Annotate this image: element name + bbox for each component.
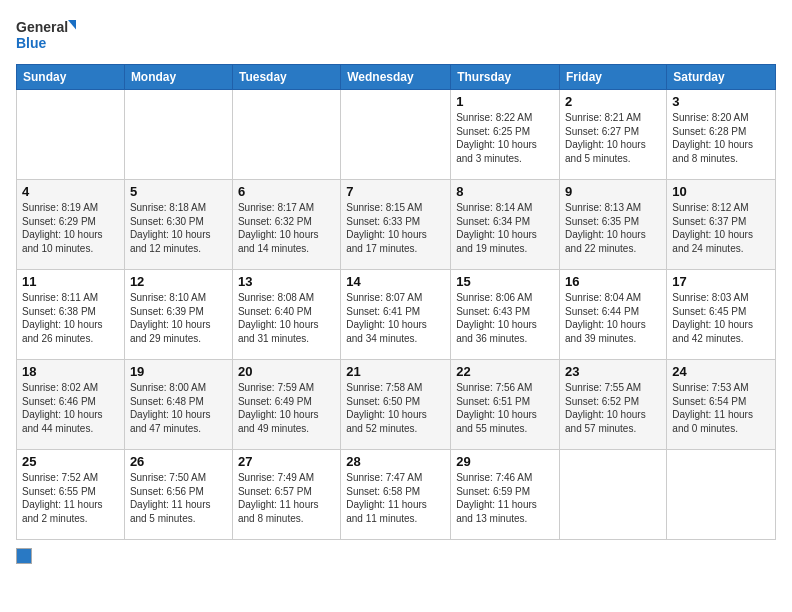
day-number: 24	[672, 364, 770, 379]
day-info: Sunrise: 8:22 AM Sunset: 6:25 PM Dayligh…	[456, 111, 554, 165]
day-info: Sunrise: 8:10 AM Sunset: 6:39 PM Dayligh…	[130, 291, 227, 345]
day-number: 21	[346, 364, 445, 379]
calendar-table: SundayMondayTuesdayWednesdayThursdayFrid…	[16, 64, 776, 540]
day-number: 15	[456, 274, 554, 289]
day-number: 9	[565, 184, 661, 199]
day-info: Sunrise: 8:17 AM Sunset: 6:32 PM Dayligh…	[238, 201, 335, 255]
calendar-week-row: 18Sunrise: 8:02 AM Sunset: 6:46 PM Dayli…	[17, 360, 776, 450]
calendar-header-row: SundayMondayTuesdayWednesdayThursdayFrid…	[17, 65, 776, 90]
calendar-week-row: 25Sunrise: 7:52 AM Sunset: 6:55 PM Dayli…	[17, 450, 776, 540]
calendar-day-cell: 16Sunrise: 8:04 AM Sunset: 6:44 PM Dayli…	[560, 270, 667, 360]
calendar-day-cell: 12Sunrise: 8:10 AM Sunset: 6:39 PM Dayli…	[124, 270, 232, 360]
calendar-day-cell: 17Sunrise: 8:03 AM Sunset: 6:45 PM Dayli…	[667, 270, 776, 360]
day-info: Sunrise: 7:59 AM Sunset: 6:49 PM Dayligh…	[238, 381, 335, 435]
calendar-week-row: 4Sunrise: 8:19 AM Sunset: 6:29 PM Daylig…	[17, 180, 776, 270]
day-number: 23	[565, 364, 661, 379]
calendar-day-cell: 24Sunrise: 7:53 AM Sunset: 6:54 PM Dayli…	[667, 360, 776, 450]
day-info: Sunrise: 8:06 AM Sunset: 6:43 PM Dayligh…	[456, 291, 554, 345]
calendar-day-cell: 8Sunrise: 8:14 AM Sunset: 6:34 PM Daylig…	[451, 180, 560, 270]
calendar-day-cell: 28Sunrise: 7:47 AM Sunset: 6:58 PM Dayli…	[341, 450, 451, 540]
calendar-day-cell: 2Sunrise: 8:21 AM Sunset: 6:27 PM Daylig…	[560, 90, 667, 180]
calendar-day-cell: 27Sunrise: 7:49 AM Sunset: 6:57 PM Dayli…	[232, 450, 340, 540]
day-number: 25	[22, 454, 119, 469]
day-info: Sunrise: 7:50 AM Sunset: 6:56 PM Dayligh…	[130, 471, 227, 525]
calendar-day-header: Saturday	[667, 65, 776, 90]
calendar-day-cell: 20Sunrise: 7:59 AM Sunset: 6:49 PM Dayli…	[232, 360, 340, 450]
day-number: 4	[22, 184, 119, 199]
day-number: 22	[456, 364, 554, 379]
day-info: Sunrise: 8:15 AM Sunset: 6:33 PM Dayligh…	[346, 201, 445, 255]
calendar-day-cell: 21Sunrise: 7:58 AM Sunset: 6:50 PM Dayli…	[341, 360, 451, 450]
calendar-day-cell: 5Sunrise: 8:18 AM Sunset: 6:30 PM Daylig…	[124, 180, 232, 270]
calendar-day-cell: 6Sunrise: 8:17 AM Sunset: 6:32 PM Daylig…	[232, 180, 340, 270]
day-number: 28	[346, 454, 445, 469]
logo: General Blue	[16, 16, 76, 56]
day-info: Sunrise: 8:21 AM Sunset: 6:27 PM Dayligh…	[565, 111, 661, 165]
day-info: Sunrise: 8:12 AM Sunset: 6:37 PM Dayligh…	[672, 201, 770, 255]
day-number: 10	[672, 184, 770, 199]
calendar-day-cell: 15Sunrise: 8:06 AM Sunset: 6:43 PM Dayli…	[451, 270, 560, 360]
day-info: Sunrise: 8:19 AM Sunset: 6:29 PM Dayligh…	[22, 201, 119, 255]
calendar-day-cell	[341, 90, 451, 180]
day-info: Sunrise: 8:07 AM Sunset: 6:41 PM Dayligh…	[346, 291, 445, 345]
legend	[16, 548, 776, 564]
calendar-day-cell: 23Sunrise: 7:55 AM Sunset: 6:52 PM Dayli…	[560, 360, 667, 450]
day-number: 19	[130, 364, 227, 379]
day-number: 8	[456, 184, 554, 199]
day-number: 18	[22, 364, 119, 379]
day-number: 20	[238, 364, 335, 379]
calendar-day-header: Monday	[124, 65, 232, 90]
day-info: Sunrise: 8:00 AM Sunset: 6:48 PM Dayligh…	[130, 381, 227, 435]
day-number: 1	[456, 94, 554, 109]
day-info: Sunrise: 7:49 AM Sunset: 6:57 PM Dayligh…	[238, 471, 335, 525]
day-info: Sunrise: 8:11 AM Sunset: 6:38 PM Dayligh…	[22, 291, 119, 345]
day-number: 17	[672, 274, 770, 289]
calendar-day-header: Wednesday	[341, 65, 451, 90]
day-info: Sunrise: 8:04 AM Sunset: 6:44 PM Dayligh…	[565, 291, 661, 345]
calendar-day-header: Sunday	[17, 65, 125, 90]
day-info: Sunrise: 8:02 AM Sunset: 6:46 PM Dayligh…	[22, 381, 119, 435]
day-number: 14	[346, 274, 445, 289]
day-info: Sunrise: 7:58 AM Sunset: 6:50 PM Dayligh…	[346, 381, 445, 435]
calendar-day-cell: 19Sunrise: 8:00 AM Sunset: 6:48 PM Dayli…	[124, 360, 232, 450]
calendar-day-cell: 7Sunrise: 8:15 AM Sunset: 6:33 PM Daylig…	[341, 180, 451, 270]
svg-text:General: General	[16, 19, 68, 35]
day-number: 6	[238, 184, 335, 199]
day-number: 12	[130, 274, 227, 289]
calendar-day-cell: 9Sunrise: 8:13 AM Sunset: 6:35 PM Daylig…	[560, 180, 667, 270]
calendar-day-cell: 1Sunrise: 8:22 AM Sunset: 6:25 PM Daylig…	[451, 90, 560, 180]
calendar-week-row: 11Sunrise: 8:11 AM Sunset: 6:38 PM Dayli…	[17, 270, 776, 360]
day-info: Sunrise: 8:03 AM Sunset: 6:45 PM Dayligh…	[672, 291, 770, 345]
day-number: 13	[238, 274, 335, 289]
day-info: Sunrise: 7:53 AM Sunset: 6:54 PM Dayligh…	[672, 381, 770, 435]
day-number: 5	[130, 184, 227, 199]
svg-text:Blue: Blue	[16, 35, 47, 51]
calendar-day-cell	[17, 90, 125, 180]
calendar-day-cell: 10Sunrise: 8:12 AM Sunset: 6:37 PM Dayli…	[667, 180, 776, 270]
day-info: Sunrise: 7:47 AM Sunset: 6:58 PM Dayligh…	[346, 471, 445, 525]
day-info: Sunrise: 8:14 AM Sunset: 6:34 PM Dayligh…	[456, 201, 554, 255]
day-number: 16	[565, 274, 661, 289]
calendar-day-header: Tuesday	[232, 65, 340, 90]
legend-color-box	[16, 548, 32, 564]
calendar-day-cell: 4Sunrise: 8:19 AM Sunset: 6:29 PM Daylig…	[17, 180, 125, 270]
calendar-day-cell: 14Sunrise: 8:07 AM Sunset: 6:41 PM Dayli…	[341, 270, 451, 360]
calendar-day-cell	[232, 90, 340, 180]
day-info: Sunrise: 8:20 AM Sunset: 6:28 PM Dayligh…	[672, 111, 770, 165]
calendar-day-cell: 11Sunrise: 8:11 AM Sunset: 6:38 PM Dayli…	[17, 270, 125, 360]
day-number: 3	[672, 94, 770, 109]
calendar-day-cell: 13Sunrise: 8:08 AM Sunset: 6:40 PM Dayli…	[232, 270, 340, 360]
svg-marker-2	[68, 20, 76, 32]
calendar-day-header: Thursday	[451, 65, 560, 90]
calendar-day-cell: 3Sunrise: 8:20 AM Sunset: 6:28 PM Daylig…	[667, 90, 776, 180]
day-info: Sunrise: 7:56 AM Sunset: 6:51 PM Dayligh…	[456, 381, 554, 435]
day-number: 11	[22, 274, 119, 289]
day-number: 26	[130, 454, 227, 469]
calendar-day-cell: 29Sunrise: 7:46 AM Sunset: 6:59 PM Dayli…	[451, 450, 560, 540]
calendar-day-cell: 26Sunrise: 7:50 AM Sunset: 6:56 PM Dayli…	[124, 450, 232, 540]
day-number: 7	[346, 184, 445, 199]
day-info: Sunrise: 8:08 AM Sunset: 6:40 PM Dayligh…	[238, 291, 335, 345]
day-info: Sunrise: 7:46 AM Sunset: 6:59 PM Dayligh…	[456, 471, 554, 525]
day-info: Sunrise: 8:18 AM Sunset: 6:30 PM Dayligh…	[130, 201, 227, 255]
calendar-day-cell	[560, 450, 667, 540]
